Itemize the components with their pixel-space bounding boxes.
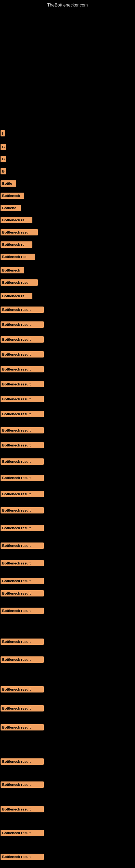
bar-label-23: Bottleneck result <box>1 427 44 433</box>
bar-item-3: B <box>1 156 6 162</box>
bar-item-44: Bottleneck result <box>1 854 44 860</box>
bar-item-18: Bottleneck result <box>1 351 44 358</box>
bar-item-1: | <box>1 130 5 136</box>
bar-label-29: Bottleneck result <box>1 525 44 531</box>
bar-item-37: Bottleneck result <box>1 686 44 692</box>
bar-item-24: Bottleneck result <box>1 442 44 448</box>
bar-label-4: B <box>1 168 6 175</box>
bar-item-17: Bottleneck result <box>1 336 44 343</box>
bar-item-40: Bottleneck result <box>1 758 44 765</box>
bar-item-20: Bottleneck result <box>1 381 44 388</box>
bar-item-23: Bottleneck result <box>1 427 44 433</box>
site-title: TheBottlenecker.com <box>0 0 135 10</box>
bar-item-10: Bottleneck re <box>1 241 32 248</box>
bar-item-11: Bottleneck res <box>1 254 35 260</box>
bar-label-22: Bottleneck result <box>1 411 44 417</box>
bar-label-18: Bottleneck result <box>1 351 44 358</box>
bar-item-28: Bottleneck result <box>1 507 44 514</box>
bar-label-26: Bottleneck result <box>1 475 44 481</box>
bar-label-17: Bottleneck result <box>1 336 44 343</box>
bar-label-44: Bottleneck result <box>1 854 44 860</box>
bar-item-26: Bottleneck result <box>1 475 44 481</box>
bar-label-42: Bottleneck result <box>1 806 44 812</box>
bar-item-30: Bottleneck result <box>1 542 44 549</box>
bar-item-9: Bottleneck resu <box>1 229 38 236</box>
bar-item-19: Bottleneck result <box>1 366 44 372</box>
bar-label-21: Bottleneck result <box>1 396 44 402</box>
bar-label-10: Bottleneck re <box>1 241 32 248</box>
bar-label-39: Bottleneck result <box>1 724 44 731</box>
bar-item-5: Bottle <box>1 180 16 187</box>
bar-label-7: Bottlene <box>1 205 21 211</box>
bar-item-22: Bottleneck result <box>1 411 44 417</box>
bar-label-15: Bottleneck result <box>1 307 44 313</box>
bar-label-14: Bottleneck re <box>1 293 32 299</box>
bar-item-34: Bottleneck result <box>1 608 44 614</box>
bar-item-33: Bottleneck result <box>1 590 44 596</box>
bar-label-9: Bottleneck resu <box>1 229 38 236</box>
bar-label-5: Bottle <box>1 180 16 187</box>
bar-item-29: Bottleneck result <box>1 525 44 531</box>
bar-label-37: Bottleneck result <box>1 686 44 692</box>
bar-item-43: Bottleneck result <box>1 830 44 836</box>
bar-label-8: Bottleneck re <box>1 217 32 223</box>
bar-item-21: Bottleneck result <box>1 396 44 402</box>
bar-label-11: Bottleneck res <box>1 254 35 260</box>
bar-label-33: Bottleneck result <box>1 590 44 596</box>
bar-label-12: Bottleneck <box>1 267 24 273</box>
bar-label-38: Bottleneck result <box>1 705 44 712</box>
bar-label-35: Bottleneck result <box>1 639 44 645</box>
bar-label-2: B <box>1 144 6 150</box>
bar-item-35: Bottleneck result <box>1 639 44 645</box>
bar-label-3: B <box>1 156 6 162</box>
bar-item-41: Bottleneck result <box>1 781 44 788</box>
bar-label-28: Bottleneck result <box>1 507 44 514</box>
bar-item-14: Bottleneck re <box>1 293 32 299</box>
bar-item-13: Bottleneck resu <box>1 279 38 286</box>
bar-label-16: Bottleneck result <box>1 321 44 328</box>
bar-label-19: Bottleneck result <box>1 366 44 372</box>
bar-item-4: B <box>1 168 6 175</box>
bar-item-15: Bottleneck result <box>1 307 44 313</box>
bar-item-42: Bottleneck result <box>1 806 44 812</box>
bar-item-16: Bottleneck result <box>1 321 44 328</box>
bar-item-8: Bottleneck re <box>1 217 32 223</box>
bar-item-27: Bottleneck result <box>1 491 44 497</box>
bar-label-41: Bottleneck result <box>1 781 44 788</box>
bar-label-13: Bottleneck resu <box>1 279 38 286</box>
bar-item-38: Bottleneck result <box>1 705 44 712</box>
bar-label-34: Bottleneck result <box>1 608 44 614</box>
bar-label-30: Bottleneck result <box>1 542 44 549</box>
bar-item-39: Bottleneck result <box>1 724 44 731</box>
bar-item-32: Bottleneck result <box>1 578 44 584</box>
bar-item-31: Bottleneck result <box>1 560 44 566</box>
bar-item-12: Bottleneck <box>1 267 24 273</box>
bar-label-6: Bottleneck <box>1 193 24 199</box>
bar-label-40: Bottleneck result <box>1 758 44 765</box>
bar-label-20: Bottleneck result <box>1 381 44 388</box>
bar-label-25: Bottleneck result <box>1 458 44 465</box>
bar-item-36: Bottleneck result <box>1 656 44 663</box>
bar-label-43: Bottleneck result <box>1 830 44 836</box>
bar-item-7: Bottlene <box>1 205 21 211</box>
bar-label-36: Bottleneck result <box>1 656 44 663</box>
bar-label-32: Bottleneck result <box>1 578 44 584</box>
bar-item-6: Bottleneck <box>1 193 24 199</box>
bar-item-2: B <box>1 144 6 150</box>
bar-label-27: Bottleneck result <box>1 491 44 497</box>
bar-item-25: Bottleneck result <box>1 458 44 465</box>
bar-label-24: Bottleneck result <box>1 442 44 448</box>
bar-label-31: Bottleneck result <box>1 560 44 566</box>
bar-label-1: | <box>1 130 5 136</box>
